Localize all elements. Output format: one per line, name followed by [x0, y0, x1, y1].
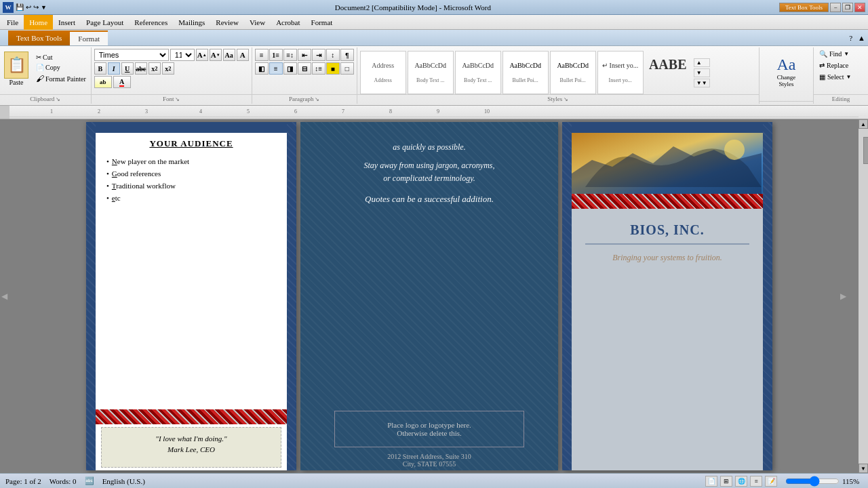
- style-bullet2[interactable]: AaBbCcDd Bullet Poi...: [550, 51, 596, 94]
- decrease-indent-button[interactable]: ⇤: [298, 49, 311, 61]
- right-margin-icon: ▶: [840, 291, 846, 302]
- quick-save[interactable]: 💾: [16, 3, 24, 11]
- zoom-level: 115%: [842, 477, 863, 485]
- close-button[interactable]: ✕: [854, 3, 865, 12]
- styles-scroll-up[interactable]: ▲: [694, 58, 710, 67]
- scroll-thumb[interactable]: [863, 137, 868, 164]
- style-bodytext1[interactable]: AaBbCcDd Body Text ...: [408, 51, 454, 94]
- styles-expand[interactable]: ↘: [564, 96, 568, 102]
- paragraph-expand[interactable]: ↘: [315, 96, 319, 102]
- style-big[interactable]: AABE: [645, 51, 691, 94]
- style-address[interactable]: Address Address: [360, 51, 406, 94]
- style-insert[interactable]: ↵ Insert yo... Insert yo...: [597, 51, 644, 94]
- font-family-select[interactable]: Times: [94, 49, 169, 61]
- multilevel-button[interactable]: ≡↕: [283, 49, 297, 61]
- menu-review[interactable]: Review: [210, 15, 244, 30]
- borders-button[interactable]: □: [340, 62, 354, 75]
- right-page: BIOS, INC. Bringing your systems to frui…: [562, 122, 772, 470]
- language-indicator: English (U.S.): [102, 477, 145, 485]
- font-label: Font ↘: [92, 94, 252, 102]
- quick-undo[interactable]: ↩: [26, 3, 31, 11]
- shading-button[interactable]: ■: [326, 62, 340, 75]
- increase-indent-button[interactable]: ⇥: [312, 49, 326, 61]
- zoom-slider[interactable]: [785, 477, 840, 485]
- svg-text:9: 9: [437, 108, 439, 115]
- font-size-select[interactable]: 11: [170, 49, 195, 61]
- underline-button[interactable]: U: [121, 62, 134, 75]
- left-page-quote[interactable]: "I love what I'm doing." Mark Lee, CEO: [101, 427, 281, 468]
- mid-logo-box[interactable]: Place logo or logotype here. Otherwise d…: [334, 411, 524, 447]
- menu-insert[interactable]: Insert: [53, 15, 81, 30]
- svg-text:10: 10: [484, 108, 490, 115]
- align-center-button[interactable]: ≡: [269, 62, 283, 75]
- web-layout-btn[interactable]: 🌐: [735, 476, 747, 487]
- select-button[interactable]: ▦ Select ▼: [816, 72, 865, 82]
- font-color-button[interactable]: A: [113, 76, 131, 88]
- mid-address: 2012 Street Address, Suite 310 City, STA…: [300, 453, 558, 468]
- cut-button[interactable]: ✂ Cut: [34, 53, 88, 62]
- subscript-button[interactable]: x2: [149, 62, 161, 75]
- copy-button[interactable]: 📄 Copy: [34, 63, 88, 72]
- style-bullet1[interactable]: AaBbCcDd Bullet Poi...: [502, 51, 549, 94]
- superscript-button[interactable]: x2: [162, 62, 174, 75]
- svg-point-12: [724, 140, 745, 160]
- replace-button[interactable]: ⇄ Replace: [816, 60, 865, 70]
- styles-scroll-down[interactable]: ▼: [694, 68, 710, 77]
- clipboard-expand[interactable]: ↘: [56, 96, 60, 102]
- line-spacing-button[interactable]: ↕≡: [312, 62, 326, 75]
- font-grow-button[interactable]: A▲: [196, 49, 208, 61]
- quick-dropdown[interactable]: ▼: [41, 4, 47, 11]
- align-right-button[interactable]: ◨: [283, 62, 297, 75]
- bold-button[interactable]: B: [94, 62, 106, 75]
- menu-pagelayout[interactable]: Page Layout: [81, 15, 129, 30]
- restore-button[interactable]: ❐: [842, 3, 853, 12]
- paste-icon: 📋: [4, 52, 28, 79]
- scroll-down-button[interactable]: ▼: [859, 464, 868, 473]
- print-layout-btn[interactable]: 📄: [705, 476, 717, 487]
- highlight-button[interactable]: ab: [94, 76, 112, 88]
- spell-check-icon[interactable]: 🔤: [85, 476, 94, 485]
- justify-button[interactable]: ⊟: [298, 62, 311, 75]
- format-tab[interactable]: Format: [70, 30, 108, 45]
- menu-acrobat[interactable]: Acrobat: [271, 15, 305, 30]
- vertical-scrollbar[interactable]: ▲ ▼: [859, 119, 868, 473]
- font-shrink-button[interactable]: A▼: [210, 49, 222, 61]
- svg-text:8: 8: [389, 108, 392, 115]
- left-page-content[interactable]: YOUR AUDIENCE • New player on the market…: [96, 133, 287, 377]
- strikethrough-button[interactable]: abc: [135, 62, 147, 75]
- menu-mailings[interactable]: Mailings: [173, 15, 210, 30]
- help-icon[interactable]: ?: [849, 34, 852, 42]
- font-expand[interactable]: ↘: [175, 96, 180, 102]
- mid-page-bg: as quickly as possible. Stay away from u…: [300, 122, 558, 470]
- photo-svg: [572, 133, 763, 194]
- menu-file[interactable]: File: [1, 15, 24, 30]
- menu-view[interactable]: View: [244, 15, 271, 30]
- styles-more[interactable]: ▼▼: [694, 79, 710, 87]
- outline-btn[interactable]: ≡: [750, 476, 762, 487]
- minimize-button[interactable]: −: [830, 3, 841, 12]
- clear-format-button[interactable]: A: [237, 49, 249, 61]
- paste-button[interactable]: 📋 Paste: [3, 50, 30, 87]
- italic-button[interactable]: I: [108, 62, 120, 75]
- scroll-up-button[interactable]: ▲: [859, 119, 868, 129]
- sort-button[interactable]: ↕: [326, 49, 340, 61]
- menu-home[interactable]: Home: [24, 15, 53, 30]
- full-screen-btn[interactable]: ⊞: [720, 476, 732, 487]
- left-page-empty: [96, 377, 287, 409]
- numbering-button[interactable]: 1≡: [269, 49, 283, 61]
- format-painter-button[interactable]: 🖌 Format Painter: [34, 73, 88, 85]
- style-bodytext2[interactable]: AaBbCcDd Body Text ...: [455, 51, 501, 94]
- change-styles-button[interactable]: Aa ChangeStyles: [774, 54, 800, 89]
- font-group: Times 11 A▲ A▼ Aa A B I U abc x2 x2 ab A…: [92, 47, 252, 104]
- right-page-left-border: [562, 122, 572, 470]
- bullets-button[interactable]: ≡: [255, 49, 269, 61]
- quick-redo[interactable]: ↪: [33, 3, 39, 11]
- menu-format[interactable]: Format: [306, 15, 338, 30]
- minimize-ribbon-icon[interactable]: ▲: [858, 34, 865, 42]
- change-case-button[interactable]: Aa: [223, 49, 235, 61]
- draft-btn[interactable]: 📝: [765, 476, 777, 487]
- align-left-button[interactable]: ◧: [255, 62, 269, 75]
- find-button[interactable]: 🔍 Find ▼: [816, 49, 865, 59]
- show-hide-button[interactable]: ¶: [340, 49, 354, 61]
- menu-references[interactable]: References: [129, 15, 173, 30]
